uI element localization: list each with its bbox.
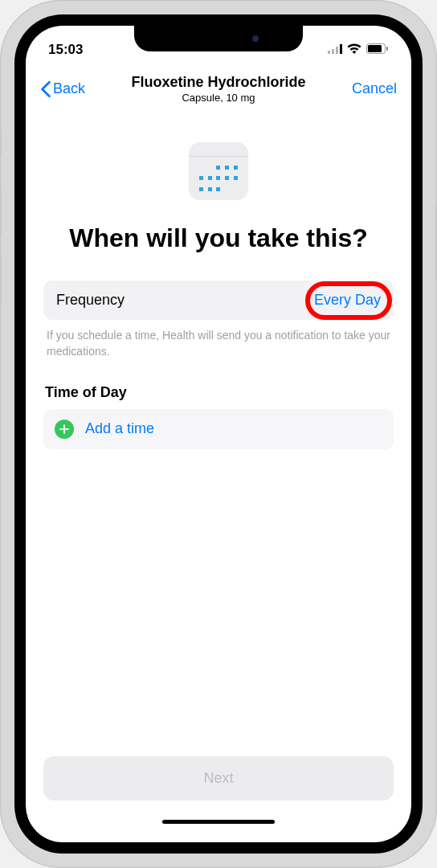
volume-up-button xyxy=(0,185,2,238)
svg-rect-0 xyxy=(328,51,330,54)
back-button[interactable]: Back xyxy=(40,80,112,98)
nav-bar: Back Fluoxetine Hydrochloride Capsule, 1… xyxy=(26,64,411,112)
home-indicator-area xyxy=(26,820,411,842)
svg-rect-1 xyxy=(332,49,334,54)
battery-icon xyxy=(366,42,389,58)
frequency-row[interactable]: Frequency Every Day xyxy=(43,280,394,320)
phone-frame: 15:03 Back xyxy=(0,0,437,868)
cellular-icon xyxy=(328,42,342,58)
add-time-label: Add a time xyxy=(85,420,154,437)
svg-rect-6 xyxy=(386,47,388,51)
volume-down-button xyxy=(0,254,2,307)
silence-switch xyxy=(0,129,2,158)
svg-rect-5 xyxy=(368,45,382,52)
frequency-label: Frequency xyxy=(56,292,125,309)
nav-title: Fluoxetine Hydrochloride xyxy=(112,74,325,91)
cancel-button[interactable]: Cancel xyxy=(325,80,397,97)
nav-title-group: Fluoxetine Hydrochloride Capsule, 10 mg xyxy=(112,74,325,104)
wifi-icon xyxy=(347,42,361,58)
helper-text: If you schedule a time, Health will send… xyxy=(43,328,394,359)
calendar-icon-wrap xyxy=(43,142,394,200)
back-label: Back xyxy=(53,80,85,97)
add-time-button[interactable]: Add a time xyxy=(43,409,394,449)
page-heading: When will you take this? xyxy=(43,223,394,253)
content: When will you take this? Frequency Every… xyxy=(26,112,411,820)
phone-bezel: 15:03 Back xyxy=(14,14,423,854)
status-time: 15:03 xyxy=(48,42,129,58)
svg-rect-3 xyxy=(340,44,342,54)
frequency-value: Every Day xyxy=(314,292,381,309)
notch xyxy=(134,26,303,51)
next-button[interactable]: Next xyxy=(43,756,394,800)
home-indicator[interactable] xyxy=(162,820,275,824)
chevron-left-icon xyxy=(40,80,51,98)
calendar-icon xyxy=(189,142,248,200)
screen: 15:03 Back xyxy=(26,26,411,842)
time-of-day-header: Time of Day xyxy=(43,384,394,401)
nav-subtitle: Capsule, 10 mg xyxy=(112,92,325,104)
svg-rect-2 xyxy=(336,47,338,54)
plus-icon xyxy=(55,420,74,439)
status-icons xyxy=(308,42,389,58)
